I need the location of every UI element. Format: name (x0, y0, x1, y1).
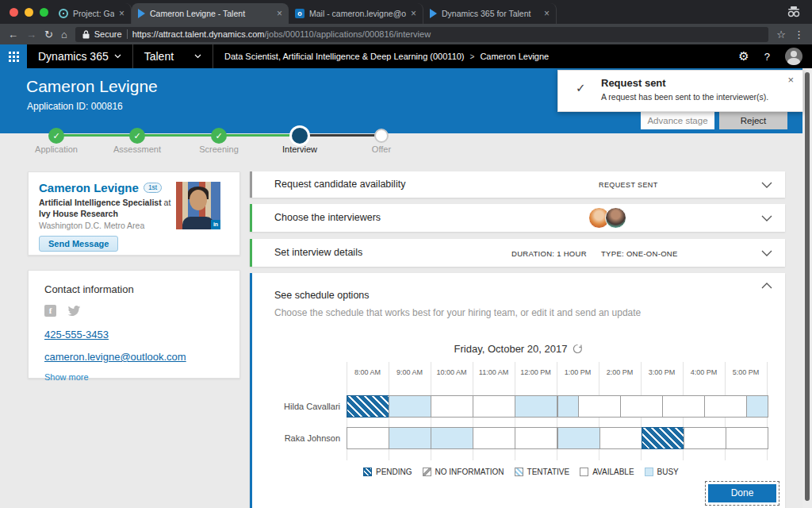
step-label-screening: Screening (179, 144, 259, 154)
linkedin-degree-badge: 1st (144, 183, 162, 193)
legend-swatch-tentative (515, 468, 523, 476)
slot-available[interactable] (704, 395, 747, 418)
window-minimize-button[interactable] (25, 8, 33, 17)
forward-button[interactable]: → (26, 29, 36, 40)
section-subtitle: Choose the schedule that works best for … (274, 307, 641, 318)
step-assessment-circle[interactable]: ✓ (129, 128, 145, 144)
chevron-down-icon[interactable] (761, 215, 772, 221)
candidate-phone-link[interactable]: 425-555-3453 (44, 329, 224, 341)
facebook-icon[interactable]: f (44, 305, 56, 317)
section-interview-details[interactable]: Set interview details DURATION: 1 HOUR T… (250, 239, 785, 267)
slot-available[interactable] (473, 395, 515, 418)
home-button[interactable]: ⌂ (61, 29, 67, 40)
interviewer-name: Hilda Cavallari (266, 402, 340, 411)
slot-available[interactable] (431, 395, 473, 418)
slot-available[interactable] (684, 427, 726, 449)
secure-label: Secure (94, 29, 122, 39)
slot-available[interactable] (347, 427, 389, 449)
browser-tab-dynamics-talent[interactable]: Dynamics 365 for Talent × (423, 3, 557, 24)
product-switcher[interactable]: Dynamics 365 (38, 50, 121, 63)
time-label: 4:00 PM (683, 368, 725, 376)
slot-busy[interactable] (746, 395, 768, 418)
dynamics-favicon-icon (430, 9, 437, 18)
legend-label: AVAILABLE (592, 468, 634, 476)
slot-available[interactable] (726, 427, 768, 449)
slot-available[interactable] (515, 427, 557, 449)
slot-available[interactable] (578, 395, 621, 418)
advance-stage-button[interactable]: Advance stage (641, 112, 714, 129)
slot-available[interactable] (620, 395, 663, 418)
tab-close-icon[interactable]: × (277, 8, 282, 19)
bookmark-star-icon[interactable]: ☆ (776, 29, 786, 40)
step-screening-circle[interactable]: ✓ (211, 128, 227, 144)
tab-close-icon[interactable]: × (119, 8, 124, 19)
address-bar[interactable]: Secure https://attract.talent.dynamics.c… (75, 27, 769, 42)
twitter-icon[interactable] (67, 306, 81, 317)
toast-close-icon[interactable]: × (787, 74, 794, 86)
tab-close-icon[interactable]: × (411, 8, 416, 19)
slot-available[interactable] (473, 427, 515, 449)
send-message-button[interactable]: Send Message (39, 236, 118, 252)
back-button[interactable]: ← (8, 29, 18, 40)
candidate-card: Cameron Levigne 1st Artificial Intellige… (28, 171, 240, 256)
request-sent-status: REQUEST SENT (599, 181, 658, 189)
check-icon: ✓ (576, 81, 586, 95)
step-interview-circle[interactable] (292, 128, 308, 144)
slot-busy[interactable] (557, 427, 600, 449)
browser-tab-project[interactable]: Project: Gauge Question sets E × (52, 3, 132, 24)
refresh-icon[interactable] (573, 344, 583, 354)
time-row: 8:00 AM9:00 AM10:00 AM11:00 AM12:00 PM1:… (347, 368, 768, 379)
waffle-menu-button[interactable] (0, 44, 27, 68)
tab-close-icon[interactable]: × (544, 8, 550, 19)
slot-busy[interactable] (389, 395, 431, 418)
step-application-circle[interactable]: ✓ (48, 128, 64, 144)
toast-title: Request sent (601, 77, 666, 89)
slot-available[interactable] (599, 427, 642, 449)
slot-available[interactable] (662, 395, 705, 418)
candidate-name-link[interactable]: Cameron Levigne (39, 181, 139, 194)
chevron-down-icon (114, 54, 121, 59)
slot-pending[interactable] (642, 427, 684, 449)
page-scrollbar[interactable] (802, 68, 812, 508)
browser-tab-talent-candidate[interactable]: Cameron Levigne - Talent × (132, 3, 289, 24)
lock-icon (82, 30, 90, 39)
legend-swatch-busy (645, 468, 653, 476)
interviewer-avatar-raka[interactable] (605, 207, 626, 229)
section-request-availability[interactable]: Request candidate availability REQUEST S… (250, 171, 785, 198)
user-avatar[interactable] (785, 48, 802, 65)
reload-button[interactable]: ↻ (44, 29, 53, 40)
legend-item: BUSY (645, 468, 679, 476)
breadcrumb: Data Scientist, Artificial Intelligence … (224, 52, 549, 61)
chevron-down-icon[interactable] (761, 182, 772, 188)
module-name: Talent (144, 50, 174, 63)
slot-busy[interactable] (557, 395, 580, 418)
candidate-headline: Artificial Intelligence Specialist at Iv… (39, 198, 172, 219)
time-label: 12:00 PM (515, 368, 557, 376)
done-button[interactable]: Done (708, 484, 776, 502)
candidate-email-link[interactable]: cameron.levigne@outlook.com (44, 351, 224, 363)
slot-pending[interactable] (347, 395, 389, 418)
reject-button[interactable]: Reject (719, 112, 787, 129)
show-more-link[interactable]: Show more (44, 372, 224, 382)
time-label: 2:00 PM (599, 368, 641, 376)
step-offer-circle[interactable] (374, 129, 389, 143)
help-icon[interactable]: ? (764, 51, 770, 63)
browser-tab-mail[interactable]: o Mail - cameron.levigne@outlo × (289, 3, 423, 24)
page-title: Cameron Levigne (26, 77, 158, 96)
time-label: 5:00 PM (725, 368, 767, 376)
app-header: Dynamics 365 Talent Data Scientist, Arti… (0, 44, 812, 68)
breadcrumb-job-link[interactable]: Data Scientist, Artificial Intelligence … (224, 52, 464, 61)
settings-gear-icon[interactable]: ⚙ (738, 49, 749, 64)
section-choose-interviewers[interactable]: Choose the interviewers (250, 204, 785, 232)
chevron-down-icon[interactable] (761, 250, 772, 256)
chevron-up-icon[interactable] (761, 283, 772, 289)
window-zoom-button[interactable] (40, 8, 48, 17)
module-switcher[interactable]: Talent (132, 44, 213, 68)
window-close-button[interactable] (10, 8, 18, 17)
slot-busy[interactable] (389, 427, 431, 449)
scrollbar-thumb[interactable] (805, 72, 810, 501)
time-label: 10:00 AM (431, 368, 473, 376)
browser-menu-icon[interactable]: ⋮ (794, 29, 804, 40)
slot-busy[interactable] (515, 395, 557, 418)
slot-busy[interactable] (431, 427, 473, 449)
